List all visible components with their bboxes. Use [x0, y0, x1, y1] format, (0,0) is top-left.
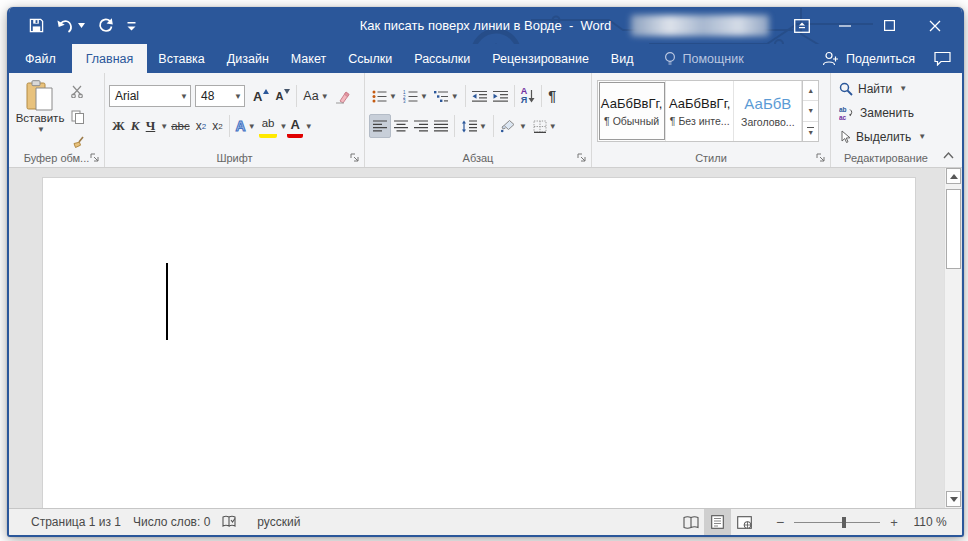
- paste-button[interactable]: Вставить ▼: [17, 80, 63, 152]
- styles-more-button[interactable]: ▼: [803, 122, 818, 141]
- zoom-slider-thumb[interactable]: [842, 517, 846, 528]
- align-right-button[interactable]: [411, 114, 431, 138]
- sort-button[interactable]: АЯ: [518, 84, 539, 108]
- tab-home[interactable]: Главная: [72, 44, 148, 73]
- close-button[interactable]: [912, 7, 957, 44]
- styles-dialog-launcher[interactable]: [816, 153, 826, 163]
- vertical-scrollbar[interactable]: [944, 168, 961, 508]
- word-count[interactable]: Число слов: 0: [133, 515, 210, 529]
- web-layout-button[interactable]: [731, 509, 758, 536]
- font-color-button[interactable]: А: [287, 114, 302, 138]
- borders-button[interactable]: ▼: [530, 114, 560, 138]
- underline-button[interactable]: Ч: [143, 114, 159, 138]
- superscript-button[interactable]: x2: [209, 114, 225, 138]
- styles-group-label: Стили: [592, 152, 830, 164]
- cut-icon[interactable]: [71, 84, 87, 102]
- svg-text:ab: ab: [839, 106, 847, 113]
- assistant-tab[interactable]: Помощник: [654, 44, 753, 73]
- underline-dropdown-arrow[interactable]: ▼: [160, 122, 168, 131]
- redo-icon[interactable]: [98, 18, 114, 33]
- highlight-dropdown-arrow[interactable]: ▼: [279, 122, 287, 131]
- feedback-icon[interactable]: [925, 44, 962, 73]
- copy-icon[interactable]: [71, 110, 87, 128]
- text-cursor: [166, 263, 168, 340]
- scroll-down-button[interactable]: [946, 491, 961, 507]
- window-controls: [782, 7, 962, 44]
- scrollbar-thumb[interactable]: [946, 189, 961, 269]
- scroll-up-button[interactable]: [946, 168, 961, 184]
- language-indicator[interactable]: русский: [257, 515, 300, 529]
- style-no-spacing[interactable]: АаБбВвГг, ¶ Без инте...: [666, 81, 734, 141]
- select-icon: [839, 130, 851, 144]
- tab-references[interactable]: Ссылки: [337, 44, 403, 73]
- tab-view[interactable]: Вид: [600, 44, 645, 73]
- font-family-combobox[interactable]: Arial▼: [109, 85, 191, 107]
- undo-dropdown-arrow[interactable]: [78, 23, 85, 28]
- strikethrough-button[interactable]: abc: [168, 114, 193, 138]
- clipboard-dialog-launcher[interactable]: [90, 153, 100, 163]
- highlight-button[interactable]: ab: [259, 114, 278, 138]
- grow-font-button[interactable]: A: [250, 84, 272, 108]
- decrease-indent-button[interactable]: [469, 84, 490, 108]
- shrink-font-button[interactable]: A: [272, 84, 293, 108]
- collapse-ribbon-icon[interactable]: [943, 151, 954, 159]
- read-mode-button[interactable]: [677, 509, 704, 536]
- proofing-status-icon[interactable]: [222, 515, 237, 529]
- redacted-account-name: [631, 15, 769, 36]
- styles-scroll-up[interactable]: ▲: [803, 81, 818, 101]
- tab-layout[interactable]: Макет: [280, 44, 337, 73]
- zoom-out-button[interactable]: −: [770, 514, 790, 530]
- font-color-dropdown-arrow[interactable]: ▼: [305, 122, 313, 131]
- align-left-button[interactable]: [369, 114, 391, 138]
- numbering-button[interactable]: 123▼: [400, 84, 431, 108]
- line-spacing-button[interactable]: ▼: [458, 114, 490, 138]
- document-area[interactable]: [9, 168, 962, 508]
- save-icon[interactable]: [29, 18, 44, 33]
- replace-icon: abac: [839, 106, 855, 120]
- paragraph-dialog-launcher[interactable]: [577, 153, 587, 163]
- zoom-level[interactable]: 110 %: [904, 515, 956, 529]
- show-paragraph-marks-button[interactable]: ¶: [545, 84, 559, 108]
- font-dialog-launcher[interactable]: [350, 153, 360, 163]
- styles-gallery-scroll: ▲ ▼ ▼: [802, 81, 818, 141]
- tab-design[interactable]: Дизайн: [216, 44, 280, 73]
- minimize-button[interactable]: [822, 7, 867, 44]
- style-normal[interactable]: АаБбВвГг, ¶ Обычный: [598, 81, 666, 141]
- align-center-button[interactable]: [391, 114, 411, 138]
- customize-qat-icon[interactable]: [127, 18, 137, 33]
- find-button[interactable]: Найти▼: [831, 78, 941, 99]
- styles-scroll-down[interactable]: ▼: [803, 101, 818, 121]
- shading-button[interactable]: ▼: [497, 114, 530, 138]
- select-button[interactable]: Выделить▼: [831, 126, 941, 147]
- tab-insert[interactable]: Вставка: [147, 44, 215, 73]
- bullets-button[interactable]: ▼: [369, 84, 400, 108]
- bold-button[interactable]: Ж: [109, 114, 128, 138]
- maximize-button[interactable]: [867, 7, 912, 44]
- document-page[interactable]: [42, 177, 916, 508]
- replace-button[interactable]: abac Заменить: [831, 102, 941, 123]
- justify-button[interactable]: [431, 114, 451, 138]
- undo-icon[interactable]: [57, 18, 73, 33]
- clear-formatting-button[interactable]: [332, 84, 354, 108]
- print-layout-button[interactable]: [704, 509, 731, 536]
- tab-mailings[interactable]: Рассылки: [403, 44, 481, 73]
- italic-button[interactable]: К: [128, 114, 143, 138]
- tab-file[interactable]: Файл: [9, 44, 72, 73]
- zoom-in-button[interactable]: +: [884, 515, 904, 530]
- share-button[interactable]: Поделиться: [812, 44, 925, 73]
- change-case-button[interactable]: Aa▼: [300, 84, 331, 108]
- svg-text:3: 3: [403, 99, 406, 103]
- find-icon: [839, 82, 853, 96]
- page-indicator[interactable]: Страница 1 из 1: [31, 515, 121, 529]
- ribbon-display-options-icon[interactable]: [782, 7, 822, 44]
- editing-group: Найти▼ abac Заменить Выделить▼ Редактиро…: [831, 73, 941, 167]
- increase-indent-button[interactable]: [490, 84, 511, 108]
- font-size-combobox[interactable]: 48▼: [195, 85, 245, 107]
- multilevel-list-button[interactable]: ▼: [431, 84, 462, 108]
- subscript-button[interactable]: x2: [193, 114, 209, 138]
- tab-review[interactable]: Рецензирование: [481, 44, 600, 73]
- text-effects-button[interactable]: А▼: [233, 114, 259, 138]
- quick-access-toolbar: [29, 7, 137, 44]
- style-heading1[interactable]: АаБбВ Заголово...: [734, 81, 802, 141]
- zoom-slider[interactable]: [794, 522, 880, 523]
